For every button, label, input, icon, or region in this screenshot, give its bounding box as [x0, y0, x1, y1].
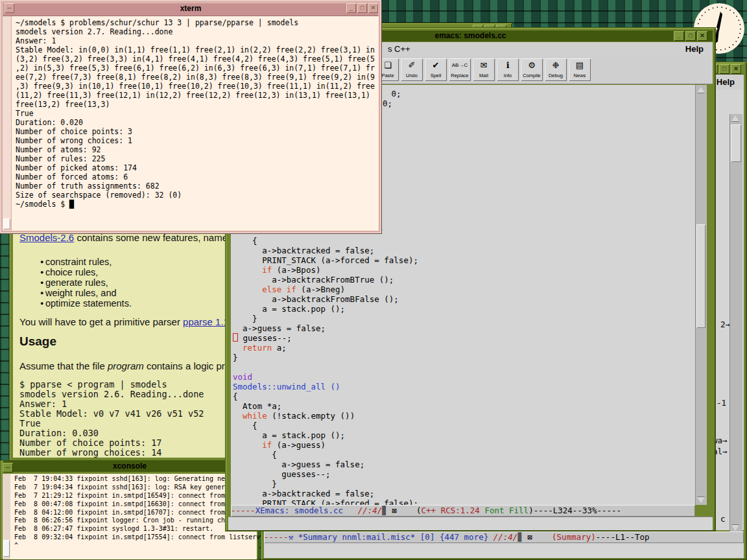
browser-terminal-sample: $ pparse < program | smodelssmodels vers…	[19, 380, 204, 458]
compile-button[interactable]: ⚙Compile	[521, 58, 543, 81]
code-fragment: 0;	[386, 89, 401, 99]
close-icon[interactable]: ✕	[697, 31, 707, 41]
spell-button[interactable]: ✔Spell	[425, 58, 447, 81]
maximize-icon[interactable]: □	[719, 64, 729, 74]
menu-help[interactable]: Help	[685, 42, 704, 56]
terminal-cursor: █	[69, 200, 74, 209]
xconsole-window: xconsole ─ Feb 7 19:04:33 fixpoint sshd[…	[0, 460, 259, 560]
news-icon: ▤	[569, 58, 591, 73]
xconsole-titlebar[interactable]: xconsole	[3, 461, 256, 472]
replace-button[interactable]: AB→CReplace	[449, 58, 471, 81]
compile-icon: ⚙	[521, 58, 543, 73]
assume-paragraph: Assume that the file program contains a …	[19, 360, 236, 371]
gnus-modeline: -----⚒ *Summary nnml:mail.misc* [0] {447…	[264, 531, 744, 543]
window-menu-icon[interactable]: ─	[5, 3, 14, 13]
emacs-scrollbar[interactable]	[695, 85, 707, 505]
undo-icon: ✐	[401, 58, 423, 73]
menu-items-partial[interactable]: s C++	[388, 42, 410, 56]
desktop: { "wm": {"min_glyph":"_", "max_glyph":"□…	[0, 0, 747, 560]
browser-intro-line: Smodels-2.6 contains some new features, …	[19, 232, 235, 243]
menu-help[interactable]: Help	[717, 75, 735, 89]
summary-line-fragment: 2→	[720, 320, 730, 329]
scroll-down-icon[interactable]	[697, 497, 705, 503]
info-icon: ℹ	[497, 58, 519, 73]
mail-icon: ✉	[473, 58, 495, 73]
emacs-title-text: emacs: smodels.cc	[434, 31, 506, 40]
code-text: { a->backtracked = false; PRINT_STACK (a…	[233, 236, 418, 505]
terminal-output: ~/smodels $ problems/schur/schur 13 3 | …	[16, 18, 375, 209]
debug-button[interactable]: ❉Debug	[545, 58, 567, 81]
window-menu-icon[interactable]: ─	[3, 463, 13, 472]
xterm-window: xterm ─ _ □ ✕ ~/smodels $ problems/schur…	[0, 0, 381, 233]
scrollbar-thumb[interactable]	[3, 218, 10, 229]
xconsole-log: Feb 7 19:04:33 fixpoint sshd[163]: log: …	[3, 474, 257, 559]
spell-icon: ✔	[425, 58, 447, 73]
scroll-up-icon[interactable]	[697, 87, 705, 93]
close-icon[interactable]: ✕	[731, 64, 741, 74]
scroll-down-icon[interactable]	[731, 525, 739, 531]
minimize-icon[interactable]: _	[346, 3, 356, 13]
scroll-up-icon[interactable]	[731, 115, 739, 121]
usage-heading: Usage	[19, 334, 56, 349]
gnus-minibuffer[interactable]	[264, 543, 744, 558]
info-button[interactable]: ℹInfo	[497, 58, 519, 81]
xterm-scrollbar[interactable]	[3, 16, 12, 231]
scrollbar-thumb[interactable]	[731, 124, 741, 162]
summary-line-fragment: c	[720, 514, 726, 524]
undo-button[interactable]: ✐Undo	[401, 58, 423, 81]
news-button[interactable]: ▤News	[569, 58, 591, 81]
summary-line-fragment: -1	[717, 398, 726, 408]
debug-icon: ❉	[545, 58, 567, 73]
mail-button[interactable]: ✉Mail	[473, 58, 495, 81]
xterm-titlebar[interactable]: xterm	[3, 3, 379, 16]
parser-paragraph: You will have to get a primitive parser …	[19, 316, 234, 327]
scrollbar-thumb[interactable]	[696, 224, 706, 328]
smodels-link[interactable]: Smodels-2.6	[19, 232, 74, 243]
xterm-terminal[interactable]: ~/smodels $ problems/schur/schur 13 3 | …	[3, 16, 379, 231]
gnus-scrollbar[interactable]	[729, 114, 742, 532]
replace-icon: AB→C	[449, 58, 471, 73]
close-icon[interactable]: ✕	[368, 3, 378, 13]
emacs-modeline: -----XEmacs: smodels.cc //:4/▊ ⊠ (C++ RC…	[231, 505, 695, 517]
feature-list: constraint rules,choice rules,generate r…	[40, 257, 132, 309]
emacs-minibuffer[interactable]	[228, 517, 713, 530]
maximize-icon[interactable]: □	[685, 31, 696, 41]
maximize-icon[interactable]: □	[357, 3, 367, 13]
code-fragment: 0;	[383, 99, 392, 108]
minimize-icon[interactable]: _	[674, 31, 684, 41]
xconsole-scrollbar[interactable]	[3, 474, 10, 559]
